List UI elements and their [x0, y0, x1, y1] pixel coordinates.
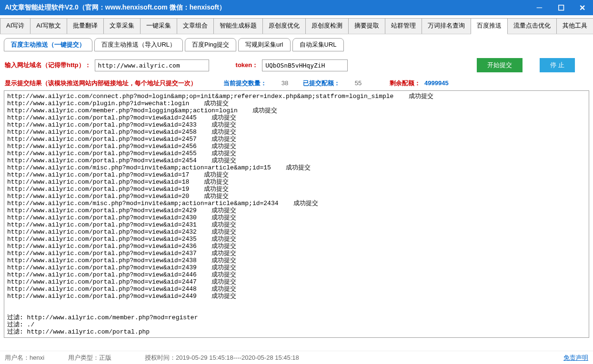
sub-tabs: 百度主动推送（一键提交）百度主动推送（导入URL）百度Ping提交写规则采集ur… — [0, 34, 593, 51]
user-type-label: 用户类型： — [68, 354, 99, 362]
url-label: 输入网址域名（记得带http）： — [5, 61, 91, 69]
close-button[interactable]: ✕ — [572, 0, 593, 15]
main-tab-3[interactable]: 文章采集 — [103, 18, 141, 34]
disclaimer-link[interactable]: 免责声明 — [563, 354, 588, 362]
main-tab-5[interactable]: 文章组合 — [177, 18, 214, 34]
sub-tab-2[interactable]: 百度Ping提交 — [185, 38, 236, 51]
main-tab-13[interactable]: 流量点击优化 — [507, 18, 557, 34]
main-tab-0[interactable]: AI写诗 — [0, 18, 30, 34]
auth-time-value: 2019-05-29 15:45:18----2020-05-28 15:45:… — [176, 354, 299, 361]
main-tab-6[interactable]: 智能生成标题 — [213, 18, 263, 34]
minimize-button[interactable]: ─ — [529, 0, 550, 15]
stop-button[interactable]: 停 止 — [540, 58, 575, 72]
current-count-value: 38 — [271, 79, 299, 87]
user-label: 用户名： — [5, 354, 30, 362]
remain-quota-value: 4999945 — [424, 79, 449, 87]
token-label: token： — [236, 61, 259, 69]
user-type-value: 正版 — [99, 354, 111, 362]
main-tab-14[interactable]: 其他工具 — [556, 18, 593, 34]
main-tab-4[interactable]: 一键采集 — [140, 18, 177, 34]
maximize-button[interactable]: ☐ — [550, 0, 572, 15]
token-input[interactable] — [262, 59, 348, 71]
log-output[interactable]: http://www.ailyric.com/connect.php?mod=l… — [4, 90, 589, 338]
submitted-quota-value: 55 — [344, 79, 372, 87]
sub-tab-4[interactable]: 自动采集URL — [292, 38, 344, 51]
status-bar: 用户名： henxi 用户类型： 正版 授权时间： 2019-05-29 15:… — [0, 351, 593, 364]
main-tab-8[interactable]: 原创度检测 — [305, 18, 349, 34]
window-controls: ─ ☐ ✕ — [529, 0, 593, 15]
current-count-label: 当前提交数量： — [223, 79, 267, 88]
auth-time-label: 授权时间： — [145, 354, 176, 362]
main-tab-2[interactable]: 批量翻译 — [67, 18, 104, 34]
app-title: AI文章智能处理软件V2.0（官网：www.henxisoft.com 微信：h… — [5, 3, 226, 12]
title-bar: AI文章智能处理软件V2.0（官网：www.henxisoft.com 微信：h… — [0, 0, 593, 15]
sub-tab-3[interactable]: 写规则采集url — [238, 38, 290, 51]
main-tab-7[interactable]: 原创度优化 — [262, 18, 306, 34]
remain-quota-label: 剩余配额： — [390, 79, 421, 88]
url-input[interactable] — [95, 59, 209, 71]
user-value: henxi — [30, 354, 44, 361]
form-row: 输入网址域名（记得带http）： token： 开始提交 停 止 — [0, 51, 593, 77]
sub-tab-0[interactable]: 百度主动推送（一键提交） — [4, 38, 92, 51]
main-tab-11[interactable]: 万词排名查询 — [422, 18, 471, 34]
main-tab-1[interactable]: AI写散文 — [30, 18, 67, 34]
status-row: 显示提交结果（该模块推送网站内部链接地址，每个地址只提交一次） 当前提交数量： … — [0, 77, 593, 90]
result-label: 显示提交结果（该模块推送网站内部链接地址，每个地址只提交一次） — [5, 79, 197, 88]
main-tab-12[interactable]: 百度推送 — [471, 18, 508, 34]
main-tab-10[interactable]: 站群管理 — [385, 18, 422, 34]
sub-tab-1[interactable]: 百度主动推送（导入URL） — [94, 38, 183, 51]
main-tabs: AI写诗AI写散文批量翻译文章采集一键采集文章组合智能生成标题原创度优化原创度检… — [0, 15, 593, 34]
start-button[interactable]: 开始提交 — [477, 58, 523, 72]
submitted-quota-label: 已提交配额： — [303, 79, 340, 88]
main-tab-9[interactable]: 摘要提取 — [348, 18, 385, 34]
